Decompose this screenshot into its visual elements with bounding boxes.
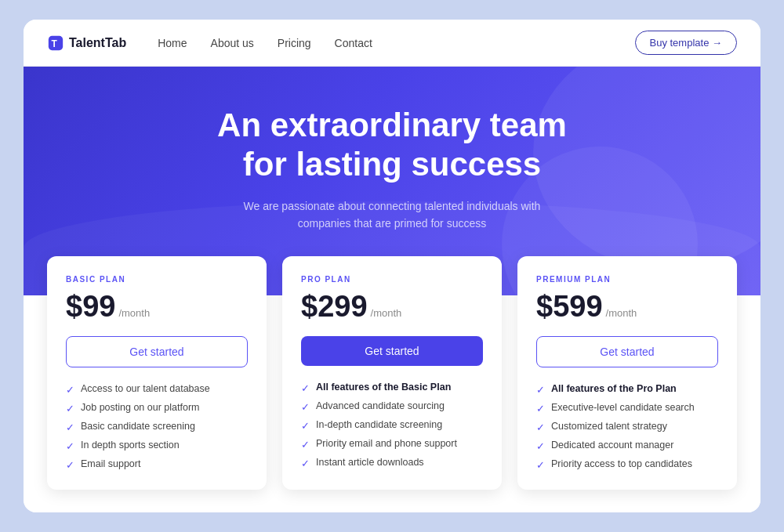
nav-links: Home About us Pricing Contact (158, 37, 634, 49)
basic-period: /month (118, 307, 150, 319)
check-icon: ✓ (66, 459, 74, 471)
hero-title-line2: for lasting success (243, 146, 541, 183)
check-icon: ✓ (536, 440, 545, 452)
page-wrapper: T TalentTab Home About us Pricing Contac… (0, 0, 784, 532)
list-item: ✓ Job posting on our platform (66, 402, 248, 414)
pricing-cards-wrapper: BASIC PLAN $99 /month Get started ✓ Acce… (47, 256, 737, 490)
list-item: ✓ In depth sports section (66, 440, 248, 452)
premium-plan-label: PREMIUM PLAN (536, 275, 718, 284)
hero-title: An extraordinary team for lasting succes… (47, 106, 737, 185)
hero-title-line1: An extraordinary team (217, 107, 567, 143)
logo-icon: T (47, 34, 64, 52)
card-basic: BASIC PLAN $99 /month Get started ✓ Acce… (47, 256, 267, 490)
list-item: ✓ Access to our talent database (66, 383, 248, 396)
list-item: ✓ In-depth candidate screening (301, 419, 483, 432)
list-item: ✓ Customized talent strategy (536, 421, 718, 433)
pricing-section: BASIC PLAN $99 /month Get started ✓ Acce… (24, 295, 760, 512)
list-item: ✓ All features of the Basic Plan (301, 382, 483, 394)
basic-features-list: ✓ Access to our talent database ✓ Job po… (66, 383, 248, 471)
navbar: T TalentTab Home About us Pricing Contac… (24, 20, 760, 67)
pro-price: $299 (301, 290, 368, 324)
check-icon: ✓ (536, 384, 545, 396)
list-item: ✓ Priority access to top candidates (536, 458, 718, 471)
basic-price-row: $99 /month (66, 290, 248, 324)
buy-template-button[interactable]: Buy template → (635, 31, 738, 55)
list-item: ✓ Basic candidate screening (66, 421, 248, 433)
list-item: ✓ Email support (66, 458, 248, 471)
premium-features-list: ✓ All features of the Pro Plan ✓ Executi… (536, 383, 718, 471)
nav-home[interactable]: Home (158, 37, 187, 49)
check-icon: ✓ (536, 403, 545, 414)
logo-text: TalentTab (69, 36, 126, 50)
check-icon: ✓ (301, 458, 310, 469)
check-icon: ✓ (301, 401, 310, 413)
logo: T TalentTab (47, 34, 126, 52)
nav-about[interactable]: About us (211, 37, 254, 49)
check-icon: ✓ (301, 420, 310, 432)
card-pro: PRO PLAN $299 /month Get started ✓ All f… (282, 256, 502, 490)
check-icon: ✓ (66, 384, 74, 396)
check-icon: ✓ (66, 440, 74, 452)
svg-text:T: T (52, 38, 58, 49)
check-icon: ✓ (301, 439, 310, 451)
pro-get-started-button[interactable]: Get started (301, 336, 483, 366)
list-item: ✓ Dedicated account manager (536, 440, 718, 452)
hero-subtitle: We are passionate about connecting talen… (243, 197, 541, 233)
list-item: ✓ Executive-level candidate search (536, 402, 718, 414)
check-icon: ✓ (301, 382, 310, 394)
list-item: ✓ All features of the Pro Plan (536, 383, 718, 396)
main-container: T TalentTab Home About us Pricing Contac… (24, 20, 760, 512)
pro-price-row: $299 /month (301, 290, 483, 324)
pro-plan-label: PRO PLAN (301, 275, 483, 284)
nav-pricing[interactable]: Pricing (278, 37, 311, 49)
check-icon: ✓ (536, 422, 545, 433)
check-icon: ✓ (536, 459, 545, 471)
basic-plan-label: BASIC PLAN (66, 275, 248, 284)
card-premium: PREMIUM PLAN $599 /month Get started ✓ A… (517, 256, 737, 490)
list-item: ✓ Instant article downloads (301, 457, 483, 469)
list-item: ✓ Advanced candidate sourcing (301, 400, 483, 413)
check-icon: ✓ (66, 422, 74, 433)
pro-period: /month (371, 307, 402, 319)
basic-get-started-button[interactable]: Get started (66, 336, 248, 367)
premium-period: /month (606, 307, 637, 319)
list-item: ✓ Priority email and phone support (301, 438, 483, 451)
premium-get-started-button[interactable]: Get started (536, 336, 718, 367)
basic-price: $99 (66, 290, 115, 324)
pro-features-list: ✓ All features of the Basic Plan ✓ Advan… (301, 382, 483, 469)
premium-price-row: $599 /month (536, 290, 718, 324)
premium-price: $599 (536, 290, 603, 324)
check-icon: ✓ (66, 403, 74, 414)
nav-contact[interactable]: Contact (335, 37, 372, 49)
